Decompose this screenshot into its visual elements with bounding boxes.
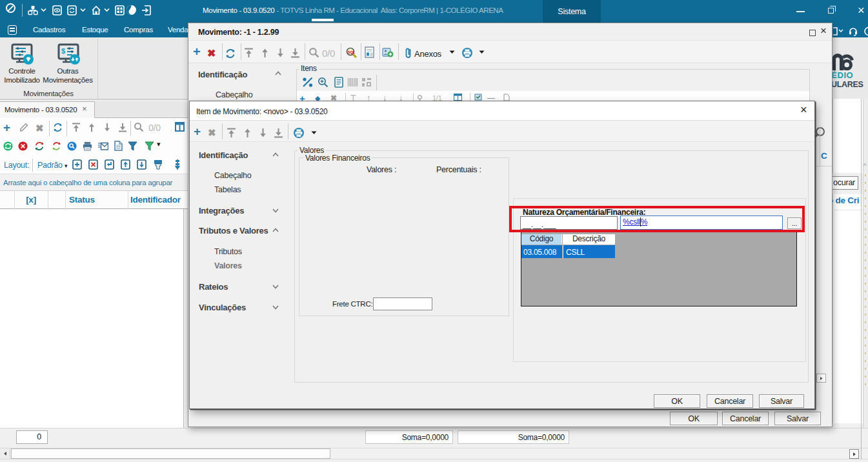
svg-text:$: $ (61, 47, 65, 55)
svg-text:www: www (465, 52, 469, 55)
svg-text:www: www (296, 132, 301, 135)
svg-text:SQL: SQL (348, 50, 356, 54)
